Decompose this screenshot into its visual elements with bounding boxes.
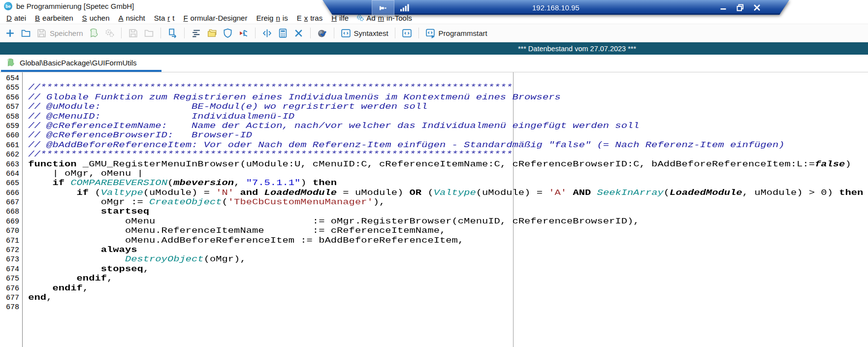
code-line[interactable]: startseq: [23, 207, 868, 217]
script-icon: [6, 58, 15, 67]
format-button[interactable]: [189, 27, 203, 39]
toolbar-separator: [395, 28, 395, 38]
code-line[interactable]: // @cReferenceBrowserID: Browser-ID: [23, 131, 868, 140]
open-folder-button[interactable]: [19, 27, 33, 39]
code-line[interactable]: oMenu.AddBeforeReferenceItem := bAddBefo…: [23, 236, 868, 246]
banner-text: *** Datenbestand vom 27.07.2023 ***: [518, 45, 636, 53]
save-button[interactable]: Speichern: [34, 27, 85, 39]
menu-item-ereignis[interactable]: Ereignis: [252, 13, 292, 23]
syntaxtest-button[interactable]: Syntaxtest: [339, 27, 390, 39]
menu-item-datei[interactable]: Datei: [2, 13, 31, 23]
line-number: 660: [0, 131, 22, 140]
code-line[interactable]: oMenu := oMgr.RegisterBrowser(cMenuID, c…: [23, 217, 868, 226]
code-line[interactable]: endif,: [23, 284, 868, 293]
programmstart-button[interactable]: Programmstart: [423, 27, 489, 39]
plus-icon: [5, 28, 15, 38]
code-line[interactable]: oMenu.ReferenceItemName := cReferenceIte…: [23, 226, 868, 236]
code-line[interactable]: //**************************************…: [23, 83, 868, 93]
line-number: 678: [0, 303, 22, 312]
menu-item-bearbeiten[interactable]: Bearbeiten: [31, 13, 78, 23]
code-line[interactable]: //**************************************…: [23, 150, 868, 159]
programmstart-label: Programmstart: [439, 29, 487, 37]
module-folders-button[interactable]: [205, 27, 219, 39]
calculator-icon: [278, 28, 288, 38]
save-icon: [36, 28, 47, 38]
code-line[interactable]: | oMgr, oMenu |: [23, 169, 868, 179]
close-icon: [753, 4, 761, 11]
protection-button[interactable]: [221, 27, 235, 39]
line-number: 676: [0, 284, 22, 293]
menu-item-start[interactable]: Start: [150, 13, 179, 23]
branch-icon: [238, 28, 249, 38]
pin-button[interactable]: [372, 0, 394, 16]
code-line[interactable]: function _GMU_RegisterMenuInBrowser(uMod…: [23, 160, 868, 169]
code-line[interactable]: oMgr := CreateObject('TbeCbCustomMenuMan…: [23, 198, 868, 207]
save-all-button[interactable]: [126, 27, 140, 39]
code-line[interactable]: DestroyObject(oMgr),: [23, 255, 868, 264]
code-editor[interactable]: 6546556566576586596606616626636646656666…: [0, 72, 868, 347]
tab-bar: Global\BasicPackage\GUIFormUtils: [0, 55, 868, 72]
line-number: 674: [0, 265, 22, 274]
new-button[interactable]: [3, 27, 17, 39]
app-window: be be Programmierung [Spetec GmbH] Datei…: [0, 0, 868, 347]
folder-stack-icon: [207, 28, 217, 38]
toolbar: Speichern: [0, 24, 868, 42]
line-number: 662: [0, 150, 22, 159]
code-line[interactable]: // @cMenuID: Individualmenü-ID: [23, 112, 868, 122]
delete-button[interactable]: [291, 27, 306, 39]
line-number: 671: [0, 236, 22, 246]
code-line[interactable]: // @cReferenceItemName: Name der Action,…: [23, 122, 868, 131]
line-number: 664: [0, 169, 22, 179]
line-number: 661: [0, 141, 22, 150]
toolbar-separator: [334, 28, 334, 38]
code-line[interactable]: stopseq,: [23, 265, 868, 274]
line-number: 677: [0, 293, 22, 303]
calculator-button[interactable]: [276, 27, 290, 39]
menu-item-formular-designer[interactable]: Formular-Designer: [179, 13, 252, 23]
code-line[interactable]: // @bAddBeforeReferenceItem: Vor oder Na…: [23, 141, 868, 150]
code-window-run-icon: [425, 28, 436, 38]
export-button[interactable]: [165, 27, 180, 39]
line-number-gutter: 6546556566576586596606616626636646656666…: [0, 72, 23, 347]
code-line[interactable]: [23, 74, 868, 83]
syntax-quick-button[interactable]: [400, 27, 414, 39]
close-file-button[interactable]: [142, 27, 156, 39]
code-line[interactable]: [23, 303, 868, 312]
app-logo-icon: be: [4, 2, 12, 10]
line-number: 665: [0, 179, 22, 188]
rdp-ip-address: 192.168.10.95: [532, 0, 579, 15]
code-text[interactable]: //**************************************…: [23, 74, 868, 313]
code-line[interactable]: always: [23, 246, 868, 255]
data-banner: *** Datenbestand vom 27.07.2023 ***: [0, 42, 868, 55]
line-number: 655: [0, 83, 22, 93]
line-number: 667: [0, 198, 22, 207]
branch-button[interactable]: [236, 27, 251, 39]
code-line[interactable]: // @uModule: BE-Modul(e) wo regristriert…: [23, 102, 868, 112]
sphere-check-icon: [317, 28, 327, 38]
tab-guiformutils[interactable]: Global\BasicPackage\GUIFormUtils: [1, 56, 161, 72]
minimize-button[interactable]: [719, 3, 727, 11]
restore-icon: [737, 4, 744, 11]
compare-button[interactable]: [260, 27, 274, 39]
line-number: 673: [0, 255, 22, 264]
check-button[interactable]: [315, 27, 329, 39]
signal-strength-icon: [400, 0, 410, 15]
toolbar-separator: [184, 28, 185, 38]
code-line[interactable]: if (Valtype(uModule) = 'N' and LoadedMod…: [23, 189, 868, 198]
code-line[interactable]: if COMPAREBEVERSION(mbeversion, "7.5.1.1…: [23, 179, 868, 188]
menu-item-suchen[interactable]: Suchen: [78, 13, 114, 23]
settings-button[interactable]: [102, 27, 117, 39]
code-line[interactable]: // Globale Funktion zum Registrieren ein…: [23, 93, 868, 102]
rdp-connection-bar: 192.168.10.95: [322, 0, 789, 15]
close-button[interactable]: [753, 3, 761, 11]
menu-item-extras[interactable]: Extras: [292, 13, 327, 23]
tab-title: Global\BasicPackage\GUIFormUtils: [20, 59, 137, 67]
restore-button[interactable]: [736, 3, 744, 11]
shield-icon: [223, 28, 233, 38]
toolbar-separator: [161, 28, 161, 38]
code-line[interactable]: end,: [23, 293, 868, 303]
menu-item-ansicht[interactable]: Ansicht: [114, 13, 150, 23]
code-line[interactable]: endif,: [23, 274, 868, 284]
line-number: 663: [0, 160, 22, 169]
script-button[interactable]: [87, 27, 101, 39]
